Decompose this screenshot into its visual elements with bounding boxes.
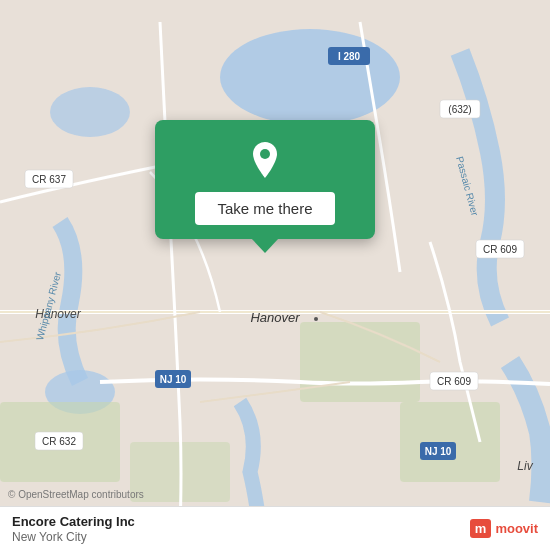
popup-card: Take me there [155, 120, 375, 239]
bottom-bar: Encore Catering Inc New York City m moov… [0, 506, 550, 550]
svg-text:NJ 10: NJ 10 [160, 374, 187, 385]
svg-point-28 [314, 317, 318, 321]
svg-point-32 [260, 149, 270, 159]
svg-text:CR 632: CR 632 [42, 436, 76, 447]
moovit-logo: m moovit [470, 519, 538, 538]
svg-text:CR 609: CR 609 [483, 244, 517, 255]
business-name: Encore Catering Inc [12, 514, 135, 529]
svg-text:I 280: I 280 [338, 51, 361, 62]
svg-text:CR 609: CR 609 [437, 376, 471, 387]
location-pin-icon [243, 138, 287, 182]
moovit-m-icon: m [470, 519, 492, 538]
map-container: CR 637 I 280 (632) CR 609 CR 609 NJ 10 N… [0, 0, 550, 550]
svg-point-1 [220, 29, 400, 125]
svg-text:CR 637: CR 637 [32, 174, 66, 185]
moovit-text: moovit [495, 521, 538, 536]
svg-point-2 [50, 87, 130, 137]
svg-text:(632): (632) [448, 104, 471, 115]
city-name: New York City [12, 530, 135, 544]
take-me-there-button[interactable]: Take me there [195, 192, 334, 225]
svg-text:Hanover: Hanover [250, 310, 300, 325]
osm-attribution: © OpenStreetMap contributors [8, 489, 144, 500]
map-background: CR 637 I 280 (632) CR 609 CR 609 NJ 10 N… [0, 0, 550, 550]
svg-rect-5 [300, 322, 420, 402]
svg-text:Liv: Liv [517, 459, 533, 473]
svg-text:NJ 10: NJ 10 [425, 446, 452, 457]
